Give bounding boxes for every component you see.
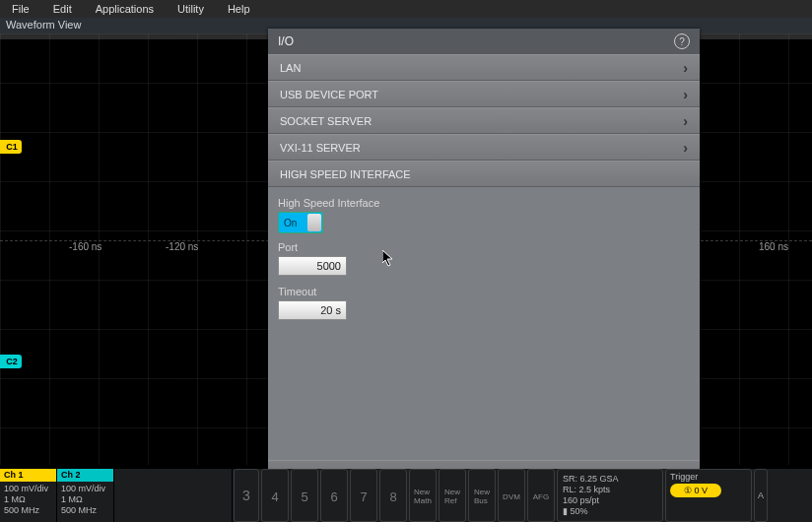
io-row-label: HIGH SPEED INTERFACE (280, 168, 411, 180)
slot-6[interactable]: 6 (320, 469, 348, 522)
menu-utility[interactable]: Utility (168, 1, 218, 17)
ch2-block[interactable]: Ch 2 100 mV/div 1 MΩ 500 MHz (57, 469, 114, 522)
hsi-timeout-label: Timeout (278, 286, 690, 297)
io-row-usb[interactable]: USB DEVICE PORT › (268, 81, 700, 107)
new-ref-button[interactable]: New Ref (439, 469, 466, 522)
stat-pct: ▮ 50% (563, 506, 657, 517)
ch1-tab: Ch 1 (0, 469, 56, 482)
trigger-pill: ① 0 V (670, 484, 721, 497)
time-label: -160 ns (69, 241, 102, 252)
menu-help[interactable]: Help (218, 1, 264, 17)
bottombar-spacer (114, 469, 233, 522)
hsi-toggle-state: On (284, 218, 297, 228)
side-tab-a[interactable]: A (754, 469, 768, 522)
io-row-lan[interactable]: LAN › (268, 54, 700, 81)
acquisition-stats[interactable]: SR: 6.25 GSA RL: 2.5 kpts 160 ps/pt ▮ 50… (557, 469, 663, 522)
trigger-block[interactable]: Trigger ① 0 V (665, 469, 752, 522)
ch2-bw: 500 MHz (61, 505, 109, 515)
hsi-port-input[interactable] (278, 256, 347, 276)
slot-5[interactable]: 5 (291, 469, 318, 522)
hsi-toggle[interactable]: On (278, 212, 323, 233)
hsi-toggle-label: High Speed Interface (278, 197, 690, 209)
toggle-knob-icon (307, 214, 321, 231)
dvm-button[interactable]: DVM (498, 469, 525, 522)
io-row-vxi11[interactable]: VXI-11 SERVER › (268, 134, 700, 161)
hsi-port-label: Port (278, 241, 690, 253)
io-panel: I/O ? LAN › USB DEVICE PORT › SOCKET SER… (268, 29, 700, 486)
channel2-badge[interactable]: C2 (0, 355, 22, 368)
io-row-label: SOCKET SERVER (280, 115, 372, 127)
io-row-label: VXI-11 SERVER (280, 142, 361, 154)
chevron-right-icon: › (683, 60, 688, 76)
waveform-view-title: Waveform View (6, 19, 81, 31)
menubar: File Edit Applications Utility Help (0, 0, 812, 18)
time-label: 160 ns (759, 241, 788, 252)
ch1-term: 1 MΩ (4, 494, 52, 504)
io-row-hsi[interactable]: HIGH SPEED INTERFACE (268, 161, 700, 187)
ch1-block[interactable]: Ch 1 100 mV/div 1 MΩ 500 MHz (0, 469, 57, 522)
bottombar: Ch 1 100 mV/div 1 MΩ 500 MHz Ch 2 100 mV… (0, 469, 812, 522)
io-row-label: LAN (280, 62, 301, 74)
io-row-label: USB DEVICE PORT (280, 89, 378, 100)
time-label: -120 ns (166, 241, 198, 252)
channel1-badge[interactable]: C1 (0, 140, 22, 154)
chevron-right-icon: › (683, 87, 688, 102)
stat-sr: SR: 6.25 GSA (563, 474, 657, 485)
new-math-button[interactable]: New Math (409, 469, 437, 522)
help-icon[interactable]: ? (674, 33, 690, 49)
slot-7[interactable]: 7 (350, 469, 377, 522)
trigger-title: Trigger (670, 472, 747, 482)
ch1-scale: 100 mV/div (4, 484, 52, 493)
io-panel-header: I/O ? (268, 29, 700, 54)
ch2-scale: 100 mV/div (61, 484, 109, 493)
afg-button[interactable]: AFG (527, 469, 555, 522)
new-bus-button[interactable]: New Bus (468, 469, 496, 522)
io-panel-title: I/O (278, 34, 294, 48)
menu-applications[interactable]: Applications (86, 1, 168, 17)
chevron-right-icon: › (683, 140, 688, 156)
io-hsi-body: High Speed Interface On Port Timeout (268, 187, 700, 460)
menu-file[interactable]: File (2, 1, 43, 17)
menu-edit[interactable]: Edit (43, 1, 86, 17)
chevron-right-icon: › (683, 113, 688, 129)
ch2-term: 1 MΩ (61, 494, 109, 504)
hsi-timeout-input[interactable] (278, 300, 347, 320)
stat-rl: RL: 2.5 kpts (563, 485, 657, 495)
slot-3[interactable]: 3 (234, 469, 259, 522)
stat-res: 160 ps/pt (563, 495, 657, 506)
slot-8[interactable]: 8 (379, 469, 407, 522)
ch2-tab: Ch 2 (57, 469, 113, 482)
slot-4[interactable]: 4 (261, 469, 289, 522)
io-row-socket[interactable]: SOCKET SERVER › (268, 107, 700, 134)
ch1-bw: 500 MHz (4, 505, 52, 515)
